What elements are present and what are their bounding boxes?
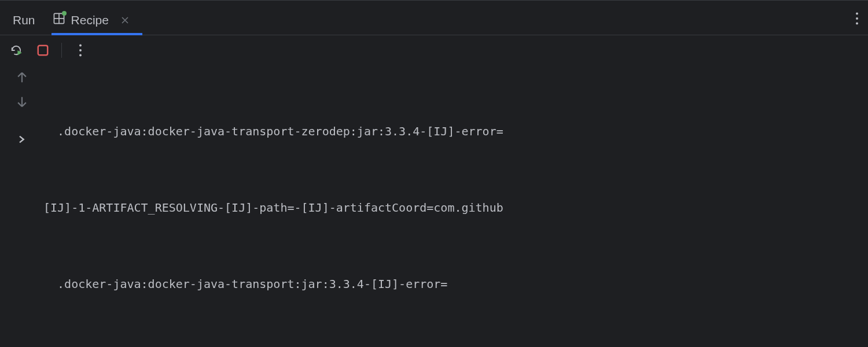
tab-bar: Recipe <box>53 5 137 35</box>
output-gutter <box>0 65 43 347</box>
svg-point-5 <box>856 23 858 25</box>
output-line: .docker-java:docker-java-transport-zerod… <box>43 119 868 144</box>
running-indicator-dot <box>62 11 67 16</box>
close-tab-icon[interactable] <box>118 13 132 27</box>
panel-more-icon[interactable] <box>855 12 859 28</box>
console-output[interactable]: .docker-java:docker-java-transport-zerod… <box>43 65 868 347</box>
output-area: .docker-java:docker-java-transport-zerod… <box>0 65 868 347</box>
tab-label: Recipe <box>71 13 109 27</box>
panel-header: Run Recipe <box>0 1 868 35</box>
run-tab-recipe[interactable]: Recipe <box>53 5 137 35</box>
panel-title[interactable]: Run <box>13 13 35 27</box>
svg-point-7 <box>79 44 82 46</box>
svg-rect-6 <box>38 46 48 56</box>
svg-point-3 <box>856 12 858 14</box>
output-line: [IJ]-1-ARTIFACT_RESOLVING-[IJ]-path=-[IJ… <box>43 195 868 220</box>
tab-underline <box>52 33 142 35</box>
expand-chevron-icon[interactable] <box>17 120 27 144</box>
svg-point-4 <box>856 17 858 20</box>
scroll-down-icon[interactable] <box>16 95 28 108</box>
stop-button[interactable] <box>35 42 51 58</box>
toolbar-separator <box>61 43 62 58</box>
rerun-button[interactable] <box>8 42 24 58</box>
recipe-tab-icon <box>53 12 65 28</box>
panel-toolbar <box>0 35 868 65</box>
output-line: .docker-java:docker-java-transport:jar:3… <box>43 271 868 297</box>
more-actions-icon[interactable] <box>72 42 89 58</box>
scroll-up-icon[interactable] <box>16 71 28 84</box>
svg-point-9 <box>79 54 82 57</box>
run-panel: Run Recipe <box>0 0 868 347</box>
svg-point-8 <box>79 49 82 51</box>
